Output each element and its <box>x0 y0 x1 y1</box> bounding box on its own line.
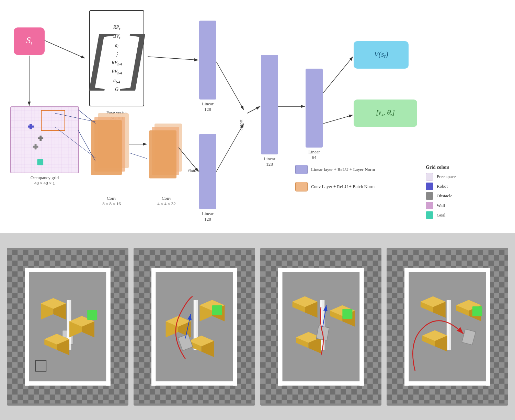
svg-rect-88 <box>359 268 364 385</box>
linear-bottom-label: Linear 128 <box>193 211 222 222</box>
grid-colors-title: Grid colors <box>426 165 494 170</box>
linear-mid-left-label: Linear 128 <box>255 156 284 167</box>
svg-rect-40 <box>25 268 111 272</box>
legend-conv-label: Conv Layer + ReLU + Batch Norm <box>311 184 375 189</box>
pose-item-bv4: BVt-4 <box>112 68 122 76</box>
grid-color-free: Free space <box>426 173 494 180</box>
free-space-swatch <box>426 173 433 180</box>
svg-rect-107 <box>404 268 490 272</box>
svg-line-19 <box>216 124 244 172</box>
grid-color-wall: Wall <box>426 202 494 209</box>
svg-rect-2 <box>30 124 32 129</box>
conv2-label: Conv 4 × 4 × 32 <box>144 196 189 207</box>
linear-64-bar <box>306 69 323 148</box>
grid-color-robot: Robot <box>426 183 494 190</box>
wall-label: Wall <box>437 203 445 208</box>
svg-line-22 <box>323 57 353 93</box>
images-section <box>0 233 515 420</box>
pose-item-bv: BVt <box>113 33 120 41</box>
pose-item-rp4: RPt-4 <box>112 59 122 67</box>
pose-item-a4: at-4 <box>113 77 120 85</box>
pose-bracket: RPt BVt at ⋮ RPt-4 BVt-4 at-4 G <box>89 10 144 106</box>
pose-item-a: at <box>115 42 118 50</box>
robot-swatch <box>426 183 433 190</box>
svg-rect-43 <box>106 268 110 385</box>
linear-top-label: Linear 128 <box>193 101 222 112</box>
grid-color-obstacle: Obstacle <box>426 192 494 200</box>
svg-rect-7 <box>37 159 43 165</box>
svg-rect-110 <box>486 268 490 385</box>
output-v-label: V(st) <box>374 50 388 60</box>
svg-rect-61 <box>151 268 237 272</box>
legend-linear-label: Linear layer + ReLU + Layer Norm <box>311 167 375 172</box>
output-v-box: V(st) <box>354 41 409 69</box>
svg-rect-86 <box>278 381 364 385</box>
free-space-label: Free space <box>437 174 456 179</box>
goal-swatch <box>426 211 433 219</box>
output-pi-box: [vx, θ̇z] <box>354 100 417 127</box>
scene-1 <box>7 248 128 406</box>
svg-line-17 <box>148 57 198 60</box>
robot-label: Robot <box>437 184 448 189</box>
concat-label: concat <box>239 113 244 130</box>
svg-rect-14 <box>149 130 176 178</box>
svg-rect-87 <box>278 268 282 385</box>
grid-colors-legend: Grid colors Free space Robot Obstacle Wa… <box>426 165 494 221</box>
flatten-label: flatten <box>188 168 199 174</box>
svg-rect-112 <box>449 300 451 350</box>
svg-rect-0 <box>11 107 78 173</box>
pose-dots: ⋮ <box>114 51 120 58</box>
obstacle-swatch <box>426 192 433 200</box>
scene-2 <box>134 248 255 406</box>
svg-rect-41 <box>25 381 111 385</box>
svg-rect-6 <box>35 144 37 150</box>
svg-rect-11 <box>91 120 122 175</box>
grid-color-goal: Goal <box>426 211 494 219</box>
linear-64-label: Linear 64 <box>299 149 329 160</box>
conv1-stack <box>89 113 137 183</box>
svg-rect-64 <box>233 268 237 385</box>
svg-rect-109 <box>404 268 409 385</box>
occupancy-grid <box>10 106 79 173</box>
svg-rect-85 <box>278 268 364 272</box>
svg-rect-76 <box>212 305 222 315</box>
svg-rect-122 <box>472 306 482 316</box>
svg-rect-108 <box>404 381 490 385</box>
svg-rect-42 <box>25 268 29 385</box>
legend-conv-row: Conv Layer + ReLU + Batch Norm <box>295 182 415 191</box>
svg-line-16 <box>45 40 85 58</box>
linear-mid-left-bar <box>261 55 278 154</box>
conv2-stack <box>148 124 192 187</box>
scene-3 <box>260 248 382 406</box>
svg-line-20 <box>247 106 260 113</box>
obstacle-label: Obstacle <box>437 193 452 199</box>
svg-line-23 <box>323 115 353 124</box>
st-box: St <box>14 27 45 55</box>
legend-linear-row: Linear layer + ReLU + Layer Norm <box>295 165 415 174</box>
svg-rect-100 <box>342 309 352 319</box>
legend-conv-swatch <box>295 182 308 191</box>
wall-swatch <box>426 202 433 209</box>
svg-rect-4 <box>39 136 42 141</box>
goal-label: Goal <box>437 212 445 218</box>
scene-4 <box>387 248 508 406</box>
svg-rect-63 <box>151 268 156 385</box>
linear-bottom-bar <box>199 134 216 209</box>
occ-grid-label: Occupancy grid 48 × 48 × 1 <box>10 175 79 186</box>
legend: Linear layer + ReLU + Layer Norm Conv La… <box>295 165 415 194</box>
pose-item-g: G <box>115 86 118 93</box>
legend-linear-swatch <box>295 165 308 174</box>
linear-top-bar <box>199 21 216 100</box>
pose-item-rp: RPt <box>113 24 120 32</box>
conv1-label: Conv 8 × 8 × 16 <box>89 196 134 207</box>
output-pi-label: [vx, θ̇z] <box>376 109 394 118</box>
svg-rect-56 <box>87 310 97 320</box>
svg-rect-62 <box>151 381 237 385</box>
st-label: St <box>26 35 32 47</box>
